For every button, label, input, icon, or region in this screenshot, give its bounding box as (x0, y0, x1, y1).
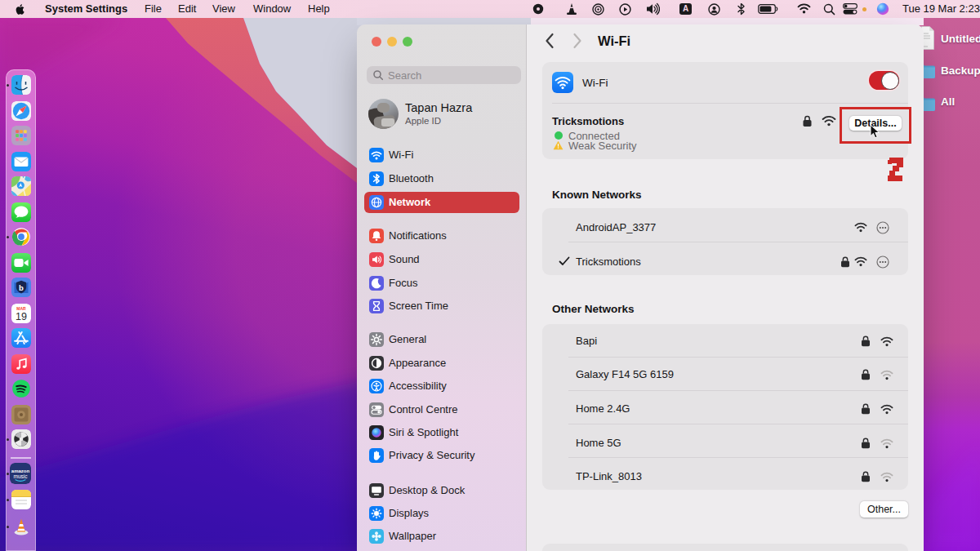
svg-text:amazon: amazon (11, 469, 30, 473)
svg-text:b: b (19, 283, 24, 292)
svg-text:music: music (14, 473, 29, 479)
svg-text:19: 19 (16, 311, 27, 322)
